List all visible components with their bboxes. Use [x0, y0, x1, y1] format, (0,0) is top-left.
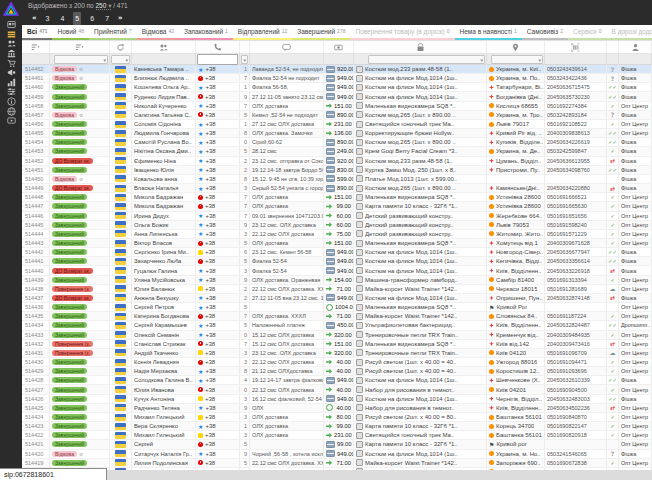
- sidebar-item-clients[interactable]: [0, 39, 22, 49]
- order-row-514427[interactable]: 514427ЗавершенийЮлия Иванова+38022.12 см…: [22, 385, 652, 394]
- column-header-country[interactable]: [110, 41, 132, 53]
- order-row-514429[interactable]: 514429ЗавершенийНадія Мерзаєва★+38821.12…: [22, 367, 652, 376]
- sidebar-item-products[interactable]: [0, 58, 22, 68]
- page-5[interactable]: 5: [73, 12, 81, 25]
- order-row-514428[interactable]: 514428ЗавершенийСолодкова Галина В..★+38…: [22, 376, 652, 385]
- order-row-514442[interactable]: 514442ЗавершенийСергієнко Ірина Ми..+386…: [22, 248, 652, 257]
- customer-phone[interactable]: ★+38: [196, 450, 240, 458]
- order-row-514423[interactable]: 514423ЗавершенийВера Скляренко★+381ОЛХ д…: [22, 422, 652, 431]
- customer-phone[interactable]: ★+38: [196, 266, 240, 274]
- column-header-product[interactable]: [354, 41, 487, 53]
- order-row-514438[interactable]: 514438Повернення (з.Юлия Баланюк+38222.1…: [22, 285, 652, 294]
- tab-В дорозі додому[interactable]: В дорозі додому0: [607, 25, 652, 40]
- sidebar-item-campaigns[interactable]: [0, 68, 22, 78]
- tracking-number[interactable]: 20400309484935: [545, 331, 607, 339]
- customer-phone[interactable]: +38: [196, 74, 240, 82]
- column-header-customer[interactable]: [132, 41, 196, 53]
- column-header-status[interactable]: [50, 41, 110, 53]
- customer-phone[interactable]: +38: [196, 358, 240, 366]
- order-row-514457[interactable]: 514457Відмова⊘Салєгина Татьяна С..+385Ке…: [22, 111, 652, 120]
- tracking-number[interactable]: 0501690820918: [545, 431, 607, 439]
- customer-phone[interactable]: ★+38: [196, 65, 240, 73]
- customer-phone[interactable]: +38: [196, 413, 240, 421]
- tracking-number[interactable]: 0501691093696: [545, 367, 607, 375]
- filter-input-phone[interactable]: [197, 54, 238, 65]
- sidebar-item-warehouse[interactable]: [0, 49, 22, 59]
- customer-phone[interactable]: ★+38: [196, 147, 240, 155]
- customer-phone[interactable]: ★+38: [196, 212, 240, 220]
- tracking-number[interactable]: 0501691313394: [545, 276, 607, 284]
- customer-phone[interactable]: ★+38: [196, 221, 240, 229]
- tracking-number[interactable]: 0501690840870: [545, 413, 607, 421]
- sidebar-item-settings[interactable]: [0, 87, 22, 97]
- customer-phone[interactable]: +38: [196, 248, 240, 256]
- order-row-514436[interactable]: 514436ЗавершенийСергей Петров★+3851004.0…: [22, 303, 652, 312]
- order-row-514461[interactable]: 514461Відмова⊘Близнюк Людмила ..+387Фиал…: [22, 74, 652, 83]
- tracking-number[interactable]: 20450632610339: [545, 376, 607, 384]
- tracking-number[interactable]: 0501692108522: [545, 120, 607, 128]
- page-7[interactable]: 7: [103, 12, 111, 25]
- column-header-track-status[interactable]: [607, 41, 619, 53]
- customer-phone[interactable]: ★+38: [196, 102, 240, 110]
- order-row-514421[interactable]: 514421ЗавершенийСергей+38599.00Карта пам…: [22, 440, 652, 449]
- filter-dropdown-status[interactable]: ▾: [54, 55, 108, 64]
- order-row-514444[interactable]: 514444ЗавершенийАнна Липенська★+38322.12…: [22, 230, 652, 239]
- customer-phone[interactable]: ★+38: [196, 166, 240, 174]
- tracking-number[interactable]: 0501690672838: [545, 459, 607, 467]
- customer-phone[interactable]: ★+38: [196, 294, 240, 302]
- order-row-514431[interactable]: 514431Повернення (з.Андрій Ткаченко+3832…: [22, 349, 652, 358]
- tab-Відмова[interactable]: Відмова42: [137, 25, 179, 40]
- customer-phone[interactable]: ★+38: [196, 83, 240, 91]
- order-row-514445[interactable]: 514445ЗавершенийОльга Божик★+38923.12 см…: [22, 221, 652, 230]
- customer-phone[interactable]: +38: [196, 312, 240, 320]
- order-row-514425[interactable]: 514425ЗавершенийРадченко Тетяна★+389ОЛХ4…: [22, 404, 652, 413]
- tracking-number[interactable]: 20450635730230: [545, 92, 607, 100]
- order-row-514435[interactable]: 514435ЗавершенийКатерина Богданова+387ОЛ…: [22, 312, 652, 321]
- column-header-calls[interactable]: [240, 41, 250, 53]
- tracking-number[interactable]: 20450633226918: [545, 266, 607, 274]
- filter-dropdown-calls[interactable]: ▾: [241, 55, 248, 64]
- filter-dropdown-product[interactable]: ▾: [368, 55, 485, 64]
- sidebar-item-dashboard[interactable]: [0, 20, 22, 30]
- tab-Самовивіз[interactable]: Самовивіз2: [522, 25, 568, 40]
- filter-dropdown-country[interactable]: ▾: [111, 55, 130, 64]
- tracking-number[interactable]: 20400309838613: [545, 129, 607, 137]
- page-size-dropdown[interactable]: 250 ▾: [96, 2, 112, 10]
- page-4[interactable]: 4: [58, 12, 66, 25]
- tracking-number[interactable]: 0501690904500: [545, 385, 607, 393]
- order-row-514420[interactable]: 514420Відмова⊘Ситарчук Наталія Гр..★+389…: [22, 450, 652, 459]
- tab-Повернення товару (в дорозі)[interactable]: Повернення товару (в дорозі)0: [350, 25, 454, 40]
- tab-Всі[interactable]: Всі471: [22, 25, 52, 40]
- tracking-number[interactable]: 0501691665630: [545, 202, 607, 210]
- order-row-514432[interactable]: 514432Повернення (з.Станіслав Стрижак+38…: [22, 340, 652, 349]
- tab-Запакований[interactable]: Запакований1: [179, 25, 233, 40]
- order-row-514437[interactable]: 514437ДО Возврат ок.Анжела Безушку★+3822…: [22, 294, 652, 303]
- customer-phone[interactable]: ★+38: [196, 303, 240, 311]
- tracking-number[interactable]: 20450634098760: [545, 166, 607, 174]
- customer-phone[interactable]: ★+38: [196, 230, 240, 238]
- order-row-514443[interactable]: 514443ЗавершенийВіктор Власов+385ОЛХ дос…: [22, 239, 652, 248]
- customer-phone[interactable]: +38: [196, 459, 240, 467]
- tracking-number[interactable]: 0501690822147: [545, 422, 607, 430]
- sidebar-item-support[interactable]: [0, 106, 22, 116]
- customer-phone[interactable]: ★+38: [196, 120, 240, 128]
- order-row-514452[interactable]: 514452ДО Возврат ок.Єфименко Ніна★+38223…: [22, 157, 652, 166]
- tracking-number[interactable]: 0501691666521: [545, 193, 607, 201]
- order-row-514451[interactable]: 514451ЗавершенийІващенко Юлія★+38219.12 …: [22, 166, 652, 175]
- customer-phone[interactable]: +38: [196, 440, 240, 448]
- tab-Прийнятий[interactable]: Прийнятий7: [89, 25, 137, 40]
- tracking-number[interactable]: 0503242893184: [545, 111, 607, 119]
- column-header-price[interactable]: [324, 41, 354, 53]
- tracking-number[interactable]: [545, 175, 607, 183]
- tracking-number[interactable]: 20450632824487: [545, 321, 607, 329]
- tab-Відправлений[interactable]: Відправлений12: [233, 25, 292, 40]
- customer-phone[interactable]: ★+38: [196, 276, 240, 284]
- customer-phone[interactable]: +38: [196, 202, 240, 210]
- customer-phone[interactable]: ★+38: [196, 376, 240, 384]
- tracking-number[interactable]: 0503242599847: [545, 147, 607, 155]
- customer-phone[interactable]: ★+38: [196, 157, 240, 165]
- order-row-514459[interactable]: 514459ЗавершенийРуденко Лидия Пав..+3892…: [22, 92, 652, 101]
- customer-phone[interactable]: ★+38: [196, 331, 240, 339]
- tracking-number[interactable]: 20450632483003: [545, 395, 607, 403]
- order-row-514439[interactable]: 514439ЗавершенийУляна Мусійовська★+389ОЛ…: [22, 276, 652, 285]
